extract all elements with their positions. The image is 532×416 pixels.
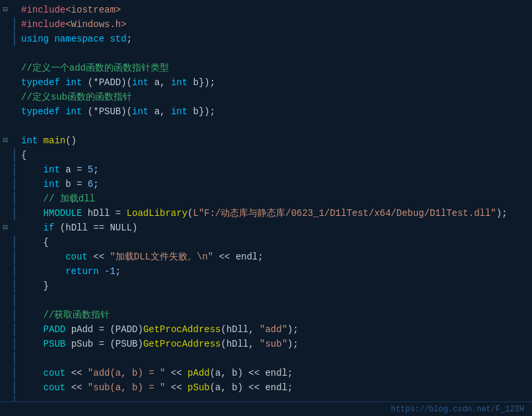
line-5: typedef int (*PADD)(int a, int b});	[0, 75, 532, 90]
code-15: if (hDll == NULL)	[18, 221, 532, 235]
line-1: │#include<Windows.h>	[0, 17, 532, 32]
bar-11: │	[11, 162, 18, 177]
bar-2: │	[11, 32, 18, 46]
code-12: int b = 6;	[18, 177, 532, 191]
bar-24: │	[11, 351, 18, 366]
fold-icon-9: ⊟	[0, 133, 11, 148]
line-25: │ cout << "add(a, b) = " << pAdd(a, b) <…	[0, 366, 532, 380]
line-23: │ PSUB pSub = (PSUB)GetProcAddress(hDll,…	[0, 337, 532, 351]
line-11: │ int a = 5;	[0, 162, 532, 177]
line-20: │	[0, 293, 532, 308]
line-13: │ // 加载dll	[0, 191, 532, 206]
code-11: int a = 5;	[18, 162, 532, 177]
fold-icon-15: ⊟	[0, 221, 11, 235]
line-15: ⊟ if (hDll == NULL)	[0, 221, 532, 235]
code-19: }	[18, 279, 532, 293]
bar-21: │	[11, 308, 18, 322]
bar-20: │	[11, 293, 18, 308]
bar-25: │	[11, 366, 18, 380]
watermark-text: https://blog.csdn.net/F_123H	[391, 405, 524, 414]
line-0: ⊟#include<iostream>	[0, 3, 532, 17]
bar-18: │	[11, 264, 18, 279]
code-4: //定义一个add函数的函数指针类型	[18, 61, 532, 75]
code-18: return -1;	[18, 264, 532, 279]
bar-1: │	[11, 17, 18, 32]
code-10: {	[18, 148, 532, 162]
bar-26: │	[11, 380, 18, 395]
line-21: │ //获取函数指针	[0, 308, 532, 322]
line-12: │ int b = 6;	[0, 177, 532, 191]
code-9: int main()	[18, 133, 532, 148]
bar-14: │	[11, 206, 18, 221]
line-16: │ {	[0, 235, 532, 250]
bar-13: │	[11, 191, 18, 206]
code-editor[interactable]: ⊟#include<iostream>│#include<Windows.h>│…	[0, 0, 532, 403]
code-0: #include<iostream>	[18, 3, 532, 17]
code-23: PSUB pSub = (PSUB)GetProcAddress(hDll, "…	[18, 337, 532, 351]
bar-16: │	[11, 235, 18, 250]
fold-icon-0: ⊟	[0, 3, 11, 17]
code-2: using namespace std;	[18, 32, 532, 46]
line-9: ⊟int main()	[0, 133, 532, 148]
code-26: cout << "sub(a, b) = " << pSub(a, b) << …	[18, 380, 532, 395]
code-17: cout << "加载DLL文件失败。\n" << endl;	[18, 250, 532, 264]
status-bar: https://blog.csdn.net/F_123H	[0, 401, 532, 416]
line-7: typedef int (*PSUB)(int a, int b});	[0, 104, 532, 119]
bar-10: │	[11, 148, 18, 162]
line-26: │ cout << "sub(a, b) = " << pSub(a, b) <…	[0, 380, 532, 395]
line-24: │	[0, 351, 532, 366]
line-3	[0, 46, 532, 61]
line-4: //定义一个add函数的函数指针类型	[0, 61, 532, 75]
line-17: │ cout << "加载DLL文件失败。\n" << endl;	[0, 250, 532, 264]
bar-23: │	[11, 337, 18, 351]
code-13: // 加载dll	[18, 191, 532, 206]
code-25: cout << "add(a, b) = " << pAdd(a, b) << …	[18, 366, 532, 380]
code-6: //定义sub函数的函数指针	[18, 90, 532, 104]
code-1: #include<Windows.h>	[18, 17, 532, 32]
line-8	[0, 119, 532, 133]
line-22: │ PADD pAdd = (PADD)GetProcAddress(hDll,…	[0, 322, 532, 337]
code-7: typedef int (*PSUB)(int a, int b});	[18, 104, 532, 119]
code-5: typedef int (*PADD)(int a, int b});	[18, 75, 532, 90]
code-22: PADD pAdd = (PADD)GetProcAddress(hDll, "…	[18, 322, 532, 337]
line-14: │ HMODULE hDll = LoadLibrary(L"F:/动态库与静态…	[0, 206, 532, 221]
bar-12: │	[11, 177, 18, 191]
line-2: │using namespace std;	[0, 32, 532, 46]
line-6: //定义sub函数的函数指针	[0, 90, 532, 104]
line-10: │{	[0, 148, 532, 162]
line-18: │ return -1;	[0, 264, 532, 279]
line-19: │ }	[0, 279, 532, 293]
code-16: {	[18, 235, 532, 250]
bar-17: │	[11, 250, 18, 264]
code-21: //获取函数指针	[18, 308, 532, 322]
bar-22: │	[11, 322, 18, 337]
code-14: HMODULE hDll = LoadLibrary(L"F:/动态库与静态库/…	[18, 206, 532, 221]
bar-19: │	[11, 279, 18, 293]
